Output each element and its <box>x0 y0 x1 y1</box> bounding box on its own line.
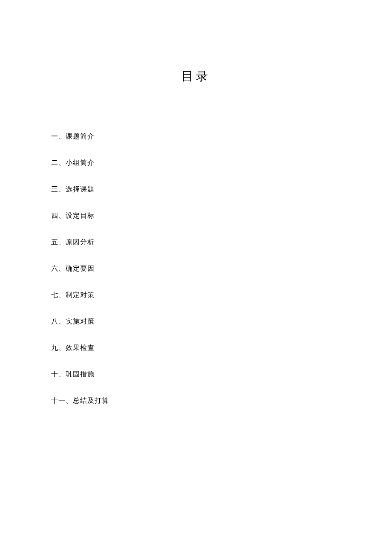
toc-item: 六、确定要因 <box>51 263 341 274</box>
toc-item: 一、课题简介 <box>51 131 341 142</box>
toc-item: 二、小组简介 <box>51 158 341 168</box>
toc-item: 三、选择课题 <box>51 184 341 194</box>
toc-list: 一、课题简介 二、小组简介 三、选择课题 四、设定目标 五、原因分析 六、确定要… <box>51 131 341 406</box>
toc-item: 八、实施对策 <box>51 316 341 327</box>
toc-item: 十、巩固措施 <box>51 369 341 379</box>
toc-item: 四、设定目标 <box>51 211 341 221</box>
toc-item: 七、制定对策 <box>51 290 341 300</box>
toc-item: 十一、总结及打算 <box>51 396 341 406</box>
document-page: 目录 一、课题简介 二、小组简介 三、选择课题 四、设定目标 五、原因分析 六、… <box>0 0 392 406</box>
toc-item: 九、效果检查 <box>51 343 341 353</box>
toc-item: 五、原因分析 <box>51 237 341 247</box>
page-title: 目录 <box>51 68 341 84</box>
